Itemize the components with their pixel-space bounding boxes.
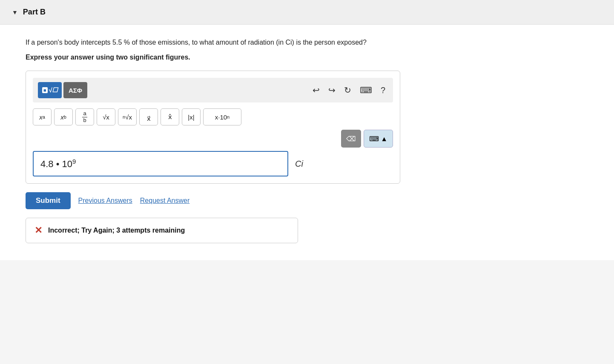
actions-row: Submit Previous Answers Request Answer xyxy=(26,192,588,209)
math-mode-icon: ■ √☐ xyxy=(42,86,57,94)
keyboard-toggle-button[interactable]: ⌨ xyxy=(357,83,375,97)
answer-value: 4.8 • 109 xyxy=(40,158,76,170)
undo-button[interactable]: ↩ xyxy=(310,83,322,97)
subscript-btn[interactable]: xb xyxy=(54,108,73,125)
answer-field[interactable]: 4.8 • 109 xyxy=(33,151,288,176)
delete-button[interactable]: ⌫ xyxy=(341,130,361,148)
sqrt-btn[interactable]: √x xyxy=(97,108,115,125)
keyboard-action-row: ⌫ ⌨ ▲ xyxy=(33,130,393,148)
feedback-message: Incorrect; Try Again; 3 attempts remaini… xyxy=(48,227,185,234)
feedback-box: ✕ Incorrect; Try Again; 3 attempts remai… xyxy=(26,218,298,243)
answer-unit: Ci xyxy=(295,159,303,169)
refresh-button[interactable]: ↻ xyxy=(341,83,354,97)
sci-notation-btn[interactable]: x·10n xyxy=(203,108,241,125)
redo-button[interactable]: ↪ xyxy=(326,83,338,97)
superscript-btn[interactable]: xa xyxy=(33,108,52,125)
symbol-buttons-row: xa xb ab √x n√x x⃗ x̂ |x| x·10n xyxy=(33,108,393,125)
request-answer-button[interactable]: Request Answer xyxy=(140,197,190,205)
submit-button[interactable]: Submit xyxy=(26,192,71,209)
math-toolbar: ■ √☐ ΑΣΦ ↩ ↪ ↻ ⌨ ? xyxy=(33,78,393,102)
vector-btn[interactable]: x⃗ xyxy=(139,108,158,125)
instruction-text: Express your answer using two significan… xyxy=(26,54,588,61)
part-body: If a person's body intercepts 5.5 % of t… xyxy=(0,25,614,260)
greek-mode-button[interactable]: ΑΣΦ xyxy=(63,82,87,98)
keyboard-up-icon: ⌨ ▲ xyxy=(369,135,387,143)
error-icon: ✕ xyxy=(34,225,42,236)
hat-btn[interactable]: x̂ xyxy=(161,108,179,125)
part-header: ▼ Part B xyxy=(0,0,614,25)
answer-row: 4.8 • 109 Ci xyxy=(33,151,393,176)
previous-answers-button[interactable]: Previous Answers xyxy=(78,197,132,205)
absolute-btn[interactable]: |x| xyxy=(182,108,201,125)
part-title: Part B xyxy=(23,8,46,17)
toolbar-mode-group: ■ √☐ ΑΣΦ xyxy=(38,82,87,98)
collapse-icon[interactable]: ▼ xyxy=(12,9,18,16)
show-keyboard-button[interactable]: ⌨ ▲ xyxy=(364,130,393,148)
nth-root-btn[interactable]: n√x xyxy=(118,108,137,125)
question-text: If a person's body intercepts 5.5 % of t… xyxy=(26,37,588,48)
delete-icon: ⌫ xyxy=(346,135,356,143)
page-wrapper: ▼ Part B If a person's body intercepts 5… xyxy=(0,0,614,364)
math-mode-button[interactable]: ■ √☐ xyxy=(38,82,62,98)
fraction-btn[interactable]: ab xyxy=(75,108,94,125)
help-button[interactable]: ? xyxy=(378,84,388,97)
math-input-container: ■ √☐ ΑΣΦ ↩ ↪ ↻ ⌨ ? xa xb ab xyxy=(26,71,400,184)
